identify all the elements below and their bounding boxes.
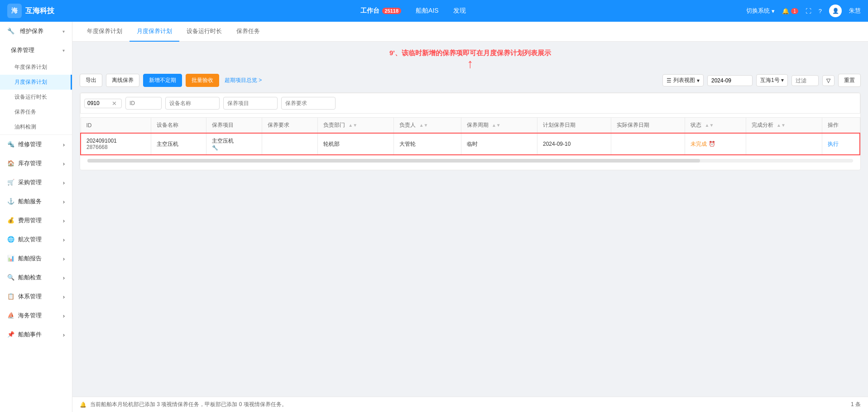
cell-person: 大管轮: [394, 133, 461, 155]
export-button[interactable]: 导出: [80, 74, 102, 87]
ship-selector[interactable]: 互海1号 ▾: [756, 74, 788, 86]
col-header-dept[interactable]: 负责部门 ▲▼: [317, 118, 393, 134]
sidebar: 🔧 维护保养 ▾ 保养管理 ▾ 年度保养计划 月度保养计划 设备运行时长: [0, 22, 72, 412]
sidebar-item-monthly-plan[interactable]: 月度保养计划: [0, 75, 72, 90]
nav-discover[interactable]: 发现: [453, 7, 466, 15]
col-header-action: 操作: [822, 118, 860, 134]
event-icon: 📌: [7, 331, 14, 338]
bottom-info: 🔔 当前船舶本月轮机部已添加 3 项视情保养任务，甲板部已添加 0 项视情保养任…: [80, 401, 287, 408]
sidebar-item-ship-inspect[interactable]: 🔍船舶检查 ›: [0, 268, 72, 287]
sidebar-baoyangguanli-header[interactable]: 保养管理 ▾: [0, 41, 72, 60]
cell-req: [262, 133, 318, 155]
filter-input-device[interactable]: [165, 97, 220, 110]
chevron-right-icon-6: ›: [63, 236, 65, 243]
sidebar-item-annual-plan[interactable]: 年度保养计划: [0, 60, 72, 75]
sidebar-item-fee[interactable]: 💰费用管理 ›: [0, 211, 72, 230]
fullscreen-icon: ⛶: [806, 8, 811, 14]
date-input[interactable]: [707, 75, 753, 86]
bell-badge: 1: [791, 8, 798, 14]
tab-annual-plan[interactable]: 年度保养计划: [80, 22, 129, 42]
col-header-cycle[interactable]: 保养周期 ▲▼: [461, 118, 537, 134]
tab-monthly-plan[interactable]: 月度保养计划: [129, 22, 179, 42]
wrench-icon: 🔩: [7, 141, 14, 148]
cell-dept: 轮机部: [317, 133, 393, 155]
sidebar-item-voyage[interactable]: 🌐航次管理 ›: [0, 230, 72, 249]
sidebar-item-inventory[interactable]: 🏠库存管理 ›: [0, 154, 72, 173]
toolbar: 导出 离线保养 新增不定期 批量验收 超期项目总览 > ☰ 列表视图 ▾ 互海1…: [80, 74, 861, 87]
system-icon: 📋: [7, 293, 14, 300]
col-header-analysis[interactable]: 完成分析 ▲▼: [746, 118, 822, 134]
toolbar-right: ☰ 列表视图 ▾ 互海1号 ▾ ▽ 重置: [662, 74, 861, 87]
switch-system-btn[interactable]: 切换系统 ▾: [746, 7, 775, 15]
action-execute-link[interactable]: 执行: [828, 141, 839, 147]
nav-ais-label: 船舶AIS: [416, 7, 439, 15]
cart-icon: 🛒: [7, 179, 14, 186]
reset-button[interactable]: 重置: [838, 74, 861, 87]
filter-input-project[interactable]: [223, 97, 278, 110]
switch-icon: ▾: [772, 8, 775, 14]
nav-workbench-label: 工作台: [360, 7, 379, 15]
table-container: ✕ ID 设备名称: [80, 92, 861, 170]
fullscreen-btn[interactable]: ⛶: [806, 8, 811, 14]
cell-actual-date: [611, 133, 685, 155]
col-header-person[interactable]: 负责人 ▲▼: [394, 118, 461, 134]
sidebar-item-purchase[interactable]: 🛒采购管理 ›: [0, 173, 72, 192]
sidebar-item-repair[interactable]: 🔩维修管理 ›: [0, 135, 72, 154]
cell-project: 主空压机 🔧: [206, 133, 262, 155]
help-btn[interactable]: ?: [819, 8, 822, 14]
tab-device-runtime[interactable]: 设备运行时长: [179, 22, 229, 42]
sidebar-item-ship-service[interactable]: ⚓船舶服务 ›: [0, 192, 72, 211]
filter-input-req[interactable]: [281, 97, 336, 110]
filter-input-id[interactable]: [125, 97, 162, 110]
chevron-right-icon-10: ›: [63, 312, 65, 319]
logo-text: 互海科技: [25, 6, 54, 16]
sidebar-item-ship-report[interactable]: 📊船舶报告 ›: [0, 249, 72, 268]
table-row: 2024091001 2876668 主空压机 主空压机 🔧 轮机部 大管轮: [81, 133, 860, 155]
ship-icon: ⚓: [7, 198, 14, 205]
sidebar-item-ship-event[interactable]: 📌船舶事件 ›: [0, 325, 72, 344]
nav-workbench[interactable]: 工作台 25118: [360, 7, 402, 15]
chevron-right-icon-11: ›: [63, 331, 65, 338]
sidebar-section-maintenance: 🔧 维护保养 ▾ 保养管理 ▾ 年度保养计划 月度保养计划 设备运行时长: [0, 22, 72, 135]
status-badge: 未完成 ⏰: [691, 140, 740, 148]
new-unscheduled-button[interactable]: 新增不定期: [143, 74, 182, 87]
sort-person-icon: ▲▼: [419, 123, 428, 128]
bell-btn[interactable]: 🔔 1: [782, 8, 798, 14]
sidebar-maintenance-label: 维护保养: [20, 28, 43, 34]
filter-clear-code[interactable]: ✕: [110, 100, 119, 107]
col-header-status[interactable]: 状态 ▲▼: [685, 118, 746, 134]
sort-dept-icon: ▲▼: [348, 123, 357, 128]
fee-icon: 💰: [7, 217, 14, 224]
filter-icon-btn[interactable]: ▽: [822, 75, 834, 86]
horizontal-scrollbar[interactable]: [87, 155, 853, 170]
view-selector[interactable]: ☰ 列表视图 ▾: [662, 74, 704, 86]
sidebar-item-device-runtime[interactable]: 设备运行时长: [0, 90, 72, 105]
sidebar-item-sea-manage[interactable]: ⛵海务管理 ›: [0, 306, 72, 325]
cell-status: 未完成 ⏰: [685, 133, 746, 155]
chevron-right-icon-2: ›: [63, 160, 65, 167]
chevron-right-icon-9: ›: [63, 293, 65, 300]
cell-id-prefix: 2024091001 2876668: [81, 133, 151, 155]
sidebar-item-system-manage[interactable]: 📋体系管理 ›: [0, 287, 72, 306]
filter-input[interactable]: [791, 75, 819, 86]
chevron-down-icon-view: ▾: [697, 77, 700, 84]
offline-maintenance-button[interactable]: 离线保养: [106, 74, 139, 87]
overdue-overview-link[interactable]: 超期项目总览 >: [223, 74, 264, 86]
batch-accept-button[interactable]: 批量验收: [186, 74, 219, 87]
sea-icon: ⛵: [7, 312, 14, 319]
nav-discover-label: 发现: [453, 7, 466, 15]
user-avatar-icon: 👤: [832, 8, 839, 14]
chevron-right-icon-7: ›: [63, 255, 65, 262]
filter-input-code[interactable]: [87, 100, 110, 106]
avatar[interactable]: 👤: [829, 5, 842, 17]
cell-device: 主空压机: [151, 133, 206, 155]
clock-icon: ⏰: [709, 141, 715, 147]
sidebar-item-oil-inspect[interactable]: 油料检测: [0, 120, 72, 134]
sidebar-item-maintenance-task[interactable]: 保养任务: [0, 105, 72, 120]
tab-maintenance-task[interactable]: 保养任务: [229, 22, 267, 42]
nav-ais[interactable]: 船舶AIS: [416, 7, 439, 15]
sidebar-maintenance-header[interactable]: 🔧 维护保养 ▾: [0, 22, 72, 41]
home-icon: 🏠: [7, 160, 14, 167]
switch-system-label: 切换系统: [746, 7, 770, 15]
sidebar-baoyangguanli-label: 保养管理: [11, 46, 34, 54]
